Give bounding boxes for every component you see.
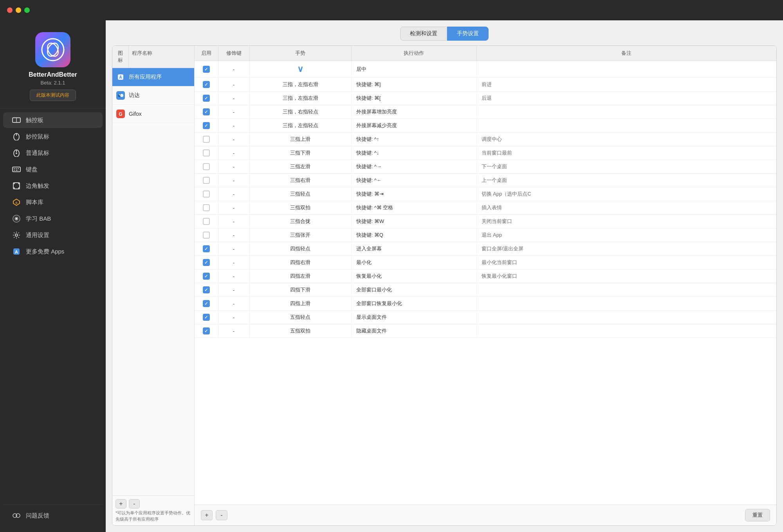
gesture-checkbox-13[interactable]	[203, 245, 210, 252]
sidebar-item-more-apps[interactable]: A 更多免费 Apps	[3, 244, 103, 259]
gesture-action-17: 全部窗口恢复最小化	[351, 297, 476, 311]
app-logo	[35, 32, 70, 67]
sidebar-item-keyboard[interactable]: 键盘	[3, 162, 103, 177]
svg-point-36	[120, 94, 123, 97]
gesture-gesture-7: 三指左滑	[249, 160, 351, 174]
app-list-item-finder[interactable]: 访达	[112, 86, 194, 105]
gesture-table: 启用 修饰键 手势 执行动作 备注 -∨居中-三指，左指右滑快捷键: ⌘]前进-…	[195, 46, 776, 338]
gesture-modifier-14: -	[218, 256, 249, 270]
app-list-buttons: + -	[115, 499, 191, 509]
gesture-note-5: 调度中心	[476, 133, 776, 146]
gesture-checkbox-11[interactable]	[203, 218, 210, 225]
svg-point-18	[13, 183, 15, 184]
gesture-checkbox-12[interactable]	[203, 232, 210, 239]
th-note: 备注	[476, 46, 776, 61]
tab-gesture[interactable]: 手势设置	[447, 27, 489, 41]
gesture-checkbox-17[interactable]	[203, 300, 210, 307]
gesture-modifier-11: -	[218, 215, 249, 228]
app-list-header-name: 程序名称	[129, 46, 194, 68]
more-apps-label: 更多免费 Apps	[26, 248, 64, 255]
app-list-footer: + - *可以为单个应用程序设置手势动作。优先级高于所有应用程序	[112, 496, 194, 525]
svg-rect-14	[14, 170, 15, 171]
gesture-checkbox-0[interactable]	[203, 66, 210, 73]
table-row: -四指上滑全部窗口恢复最小化	[195, 297, 776, 311]
gesture-checkbox-7[interactable]	[203, 163, 210, 170]
app-list-panel: 图标 程序名称 A 所有应用程序	[112, 46, 195, 525]
gesture-modifier-12: -	[218, 228, 249, 242]
gesture-checkbox-15[interactable]	[203, 273, 210, 280]
close-button[interactable]	[7, 7, 13, 13]
sidebar-item-settings[interactable]: 通用设置	[3, 227, 103, 243]
gesture-checkbox-6[interactable]	[203, 149, 210, 156]
gesture-gesture-10: 三指双拍	[249, 201, 351, 215]
normal-mouse-label: 普通鼠标	[26, 149, 49, 157]
beta-button[interactable]: 此版本测试内容	[30, 90, 76, 101]
gesture-checkbox-18[interactable]	[203, 314, 210, 321]
sidebar-item-feedback[interactable]: 问题反馈	[3, 508, 103, 523]
scripts-label: 脚本库	[26, 199, 43, 206]
gesture-checkbox-14[interactable]	[203, 259, 210, 266]
tab-detect[interactable]: 检测和设置	[400, 27, 447, 41]
svg-point-9	[16, 153, 17, 154]
gesture-modifier-0: -	[218, 61, 249, 78]
table-footer-buttons: + -	[201, 510, 227, 520]
svg-rect-13	[18, 168, 19, 169]
gesture-checkbox-19[interactable]	[203, 327, 210, 334]
keyboard-icon	[11, 165, 22, 173]
sidebar-item-touchpad[interactable]: 触控板	[3, 112, 103, 128]
gesture-modifier-9: -	[218, 187, 249, 201]
gesture-checkbox-16[interactable]	[203, 286, 210, 293]
app-list-item-all[interactable]: A 所有应用程序	[112, 68, 194, 86]
table-row: -三指下滑快捷键: ^↓当前窗口最前	[195, 146, 776, 160]
gesture-table-scroll[interactable]: 启用 修饰键 手势 执行动作 备注 -∨居中-三指，左指右滑快捷键: ⌘]前进-…	[195, 46, 776, 505]
gesture-action-15: 恢复最小化	[351, 270, 476, 283]
gesture-action-14: 最小化	[351, 256, 476, 270]
gesture-action-6: 快捷键: ^↓	[351, 146, 476, 160]
gesture-note-18	[476, 311, 776, 324]
gesture-modifier-17: -	[218, 297, 249, 311]
gesture-action-3: 外接屏幕增加亮度	[351, 105, 476, 119]
sidebar-item-normal-mouse[interactable]: 普通鼠标	[3, 145, 103, 161]
gesture-checkbox-3[interactable]	[203, 108, 210, 115]
sidebar-item-corner[interactable]: 边角触发	[3, 178, 103, 194]
gesture-checkbox-4[interactable]	[203, 122, 210, 129]
gesture-action-1: 快捷键: ⌘]	[351, 78, 476, 92]
gesture-gesture-16: 四指下滑	[249, 283, 351, 297]
gesture-gesture-14: 四指右滑	[249, 256, 351, 270]
maximize-button[interactable]	[24, 7, 30, 13]
gesture-gesture-11: 三指合拢	[249, 215, 351, 228]
app-name-all: 所有应用程序	[129, 74, 162, 81]
more-apps-icon: A	[11, 248, 22, 255]
gesture-checkbox-5[interactable]	[203, 136, 210, 143]
gesture-note-16	[476, 283, 776, 297]
table-row: -三指右滑快捷键: ^←上一个桌面	[195, 174, 776, 187]
table-row: -三指双拍快捷键: ^⌘ 空格插入表情	[195, 201, 776, 215]
svg-point-26	[16, 218, 17, 219]
gesture-modifier-6: -	[218, 146, 249, 160]
app-add-button[interactable]: +	[115, 499, 126, 509]
gesture-add-button[interactable]: +	[201, 510, 213, 520]
gesture-gesture-2: 三指，左指左滑	[249, 92, 351, 105]
top-tabs: 检测和设置 手势设置	[106, 20, 783, 45]
gesture-checkbox-10[interactable]	[203, 204, 210, 211]
app-remove-button[interactable]: -	[129, 499, 140, 509]
gesture-checkbox-1[interactable]	[203, 81, 210, 88]
gesture-gesture-18: 五指轻点	[249, 311, 351, 324]
sidebar-bottom-divider	[3, 504, 103, 505]
gesture-checkbox-2[interactable]	[203, 95, 210, 102]
gesture-checkbox-8[interactable]	[203, 177, 210, 184]
gesture-remove-button[interactable]: -	[216, 510, 227, 520]
sidebar-item-magic-mouse[interactable]: 妙控鼠标	[3, 129, 103, 144]
sidebar-item-scripts[interactable]: S 脚本库	[3, 194, 103, 210]
table-row: -三指合拢快捷键: ⌘W关闭当前窗口	[195, 215, 776, 228]
minimize-button[interactable]	[16, 7, 21, 13]
settings-icon	[11, 231, 22, 239]
app-list-item-gifox[interactable]: G Gifox	[112, 105, 194, 123]
gesture-checkbox-9[interactable]	[203, 191, 210, 198]
gesture-modifier-15: -	[218, 270, 249, 283]
reset-button[interactable]: 重置	[745, 509, 770, 521]
svg-text:A: A	[15, 250, 18, 254]
sidebar-item-learn[interactable]: 学习 BAB	[3, 211, 103, 226]
gesture-modifier-2: -	[218, 92, 249, 105]
gesture-modifier-16: -	[218, 283, 249, 297]
